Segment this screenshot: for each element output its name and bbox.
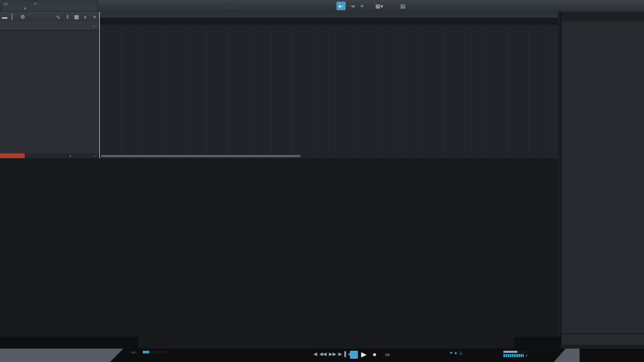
snap-mode-icon[interactable]: ⇤ [336, 2, 346, 10]
chevron-down-icon: ▾ [24, 6, 26, 11]
track-add-icon[interactable]: ▬ [0, 12, 9, 21]
loop-button[interactable]: ∞ [385, 351, 390, 358]
bars-display[interactable] [257, 349, 310, 350]
track-height-dropdown[interactable]: ▾ [49, 153, 90, 158]
prev-bar-icon[interactable]: ◀ [313, 351, 317, 357]
iq-button[interactable] [225, 2, 235, 9]
mixer-console [0, 158, 558, 337]
studio-one-window: [A] ▾ ▾ ⇤ ⇥ + ▦▾ ▤ [0, 0, 644, 362]
chevron-down-icon: ▾ [34, 2, 36, 6]
transport-bar: ○◎○ ◀ ◀◀ ▶▶ ▶ ▌◀ ▶ ● ∞ [0, 349, 644, 362]
seconds-display[interactable] [223, 350, 254, 351]
play-button[interactable]: ▶ [361, 350, 367, 358]
timer-icon[interactable]: ◐ [81, 12, 90, 21]
layers-icon[interactable]: ▩ [72, 12, 81, 21]
automation-box[interactable]: [A] ▾ ▾ [1, 1, 98, 12]
midi-indicator: ○◎○ [127, 350, 141, 354]
track-list-header: ▬ ▏ ⚙ ∿ ⍋ ▩ ◐ + [0, 12, 99, 22]
arranger-sections [99, 18, 558, 25]
browser-status-bar [561, 334, 644, 345]
crosshair-icon[interactable]: + [357, 2, 367, 10]
top-toolbar: [A] ▾ ▾ ⇤ ⇥ + ▦▾ ▤ [0, 0, 644, 12]
track-list-footer: ▾ + [0, 153, 99, 158]
locator-buttons: ◀ ◀◀ ▶▶ ▶ ▌◀ [312, 351, 353, 357]
transport-left-shape [0, 349, 123, 362]
monitor-toggle-icon[interactable]: ◖ [525, 353, 528, 358]
playhead[interactable] [99, 12, 100, 158]
record-button[interactable]: ● [372, 350, 377, 358]
add-track-icon[interactable]: + [90, 12, 99, 21]
samplerate-display [171, 350, 193, 351]
automation-icon: [A] [4, 2, 8, 5]
cursor-tool-icon[interactable]: ▏ [9, 12, 18, 21]
browser-panel [561, 12, 644, 345]
next-bar-icon[interactable]: ▶ [339, 351, 342, 357]
arrangement-view [99, 12, 558, 158]
snap-end-icon[interactable]: ⇥ [348, 2, 357, 10]
browser-tab-bar [561, 12, 644, 21]
tempo-display[interactable] [484, 350, 500, 351]
forward-icon[interactable]: ▶▶ [329, 351, 336, 357]
marker-flag-icon[interactable]: ⍋ [63, 12, 72, 21]
automation-curve-icon[interactable]: ∿ [54, 12, 63, 21]
timing-display[interactable] [470, 350, 483, 351]
recordmax-display [195, 350, 221, 351]
track-list-panel: ▬ ▏ ⚙ ∿ ⍋ ▩ ◐ + ♪ ▾ + [0, 12, 100, 158]
track-lanes [99, 30, 558, 158]
output-meter: ◖ [503, 351, 529, 358]
track-rows [0, 30, 99, 153]
stop-button[interactable] [350, 351, 358, 359]
music-note-icon: ♪ [93, 24, 95, 28]
arranger-bar[interactable]: ♪ [0, 21, 99, 31]
horizontal-scrollbar[interactable] [101, 155, 301, 157]
save-icon[interactable]: ▤ [398, 2, 407, 10]
metronome-controls[interactable]: ● ▲ △ [444, 350, 468, 356]
expand-icon[interactable]: + [90, 153, 99, 158]
master-mute-button[interactable] [0, 153, 25, 158]
grid-settings-icon[interactable]: ▦▾ [375, 2, 384, 10]
transport-right-shape [554, 349, 580, 362]
performance-meter[interactable] [143, 351, 167, 354]
rewind-icon[interactable]: ◀◀ [319, 351, 327, 357]
record-options-groups [138, 337, 514, 349]
master-solo-button[interactable] [25, 153, 49, 158]
record-options-panel [0, 337, 561, 349]
wrench-icon[interactable]: ⚙ [18, 12, 27, 21]
